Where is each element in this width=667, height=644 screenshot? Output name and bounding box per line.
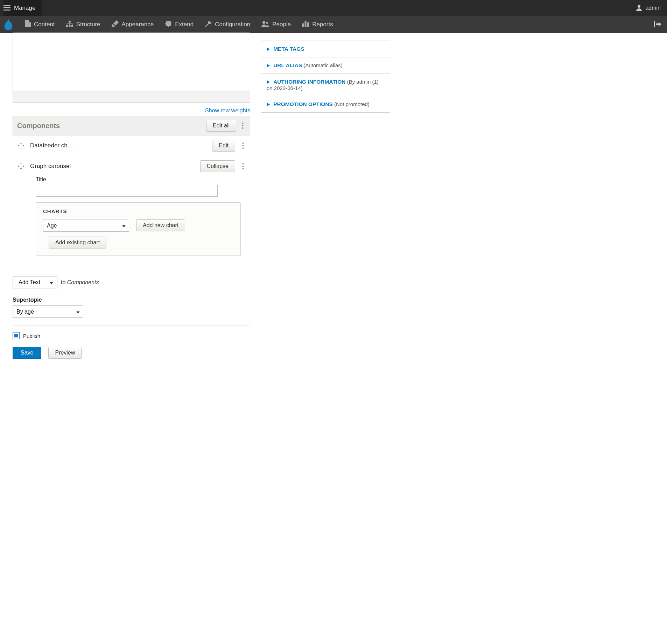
- svg-rect-10: [302, 23, 304, 27]
- kebab-icon[interactable]: [240, 122, 246, 129]
- toolbar-label: Structure: [76, 21, 100, 28]
- side-item-promotion[interactable]: PROMOTION OPTIONS (Not promoted): [261, 96, 390, 112]
- add-dropdown-toggle[interactable]: [46, 276, 57, 288]
- node-settings-panel: META TAGS URL ALIAS (Automatic alias) AU…: [261, 33, 390, 113]
- component-row-datafeeder: Datafeeder ch… Edit: [13, 135, 250, 156]
- svg-point-15: [242, 125, 244, 126]
- add-component-row: Add Text to Components: [13, 276, 250, 288]
- svg-point-16: [242, 127, 244, 129]
- body-textarea-footer: [13, 91, 250, 103]
- toolbar-item-people[interactable]: People: [256, 16, 296, 33]
- drupal-logo-icon[interactable]: [2, 19, 15, 30]
- toolbar-label: Content: [34, 21, 55, 28]
- charts-fieldset: CHARTS Age Add new chart Add existing ch…: [36, 202, 241, 256]
- save-button[interactable]: Save: [13, 347, 41, 359]
- show-row-weights-link[interactable]: Show row weights: [205, 107, 250, 113]
- svg-point-3: [638, 5, 640, 8]
- toolbar-label: People: [272, 21, 291, 28]
- manage-label: Manage: [14, 5, 35, 12]
- edit-all-button[interactable]: Edit all: [206, 120, 236, 132]
- svg-point-9: [266, 22, 268, 24]
- publish-checkbox[interactable]: [13, 332, 20, 339]
- supertopic-label: Supertopic: [13, 297, 250, 303]
- publish-row: Publish: [13, 332, 250, 339]
- side-item-url-alias[interactable]: URL ALIAS (Automatic alias): [261, 57, 390, 74]
- edit-button[interactable]: Edit: [212, 140, 235, 152]
- add-new-chart-button[interactable]: Add new chart: [136, 219, 185, 231]
- charts-legend: CHARTS: [43, 208, 233, 214]
- triangle-right-icon: [267, 102, 270, 107]
- hierarchy-icon: [66, 21, 73, 29]
- paintbrush-icon: [112, 20, 119, 29]
- toolbar-item-structure[interactable]: Structure: [61, 16, 106, 33]
- triangle-right-icon: [267, 63, 270, 69]
- svg-rect-0: [3, 5, 10, 6]
- wrench-icon: [205, 20, 212, 29]
- svg-rect-2: [3, 9, 10, 10]
- toolbar-item-content[interactable]: Content: [20, 16, 61, 33]
- body-textarea[interactable]: [13, 33, 250, 91]
- user-icon: [636, 4, 643, 12]
- svg-rect-5: [66, 25, 68, 27]
- title-field-label: Title: [36, 176, 250, 183]
- user-name: admin: [645, 5, 661, 11]
- toolbar-label: Reports: [312, 21, 333, 28]
- svg-point-20: [243, 163, 244, 164]
- components-heading: Components: [17, 122, 203, 130]
- people-icon: [261, 21, 269, 29]
- component-row-graph-carousel: Graph carousel Collapse: [13, 156, 250, 176]
- toolbar-label: Appearance: [122, 21, 154, 28]
- triangle-right-icon: [267, 46, 270, 52]
- svg-rect-13: [654, 21, 655, 27]
- component-label: Graph carousel: [30, 163, 195, 170]
- collapse-button[interactable]: Collapse: [200, 160, 235, 172]
- svg-rect-6: [69, 25, 70, 27]
- svg-point-22: [243, 168, 244, 169]
- divider: [13, 326, 250, 326]
- user-menu[interactable]: admin: [636, 4, 664, 12]
- drag-handle-icon[interactable]: [17, 163, 25, 169]
- manage-toggle[interactable]: Manage: [3, 0, 42, 16]
- title-input[interactable]: [36, 185, 218, 197]
- svg-point-18: [243, 145, 244, 146]
- checkbox-checked-icon: [14, 334, 18, 337]
- svg-point-19: [243, 147, 244, 149]
- svg-point-14: [242, 122, 244, 124]
- kebab-icon[interactable]: [240, 163, 246, 170]
- toolbar-item-extend[interactable]: Extend: [159, 16, 199, 33]
- admin-toolbar: Content Structure Appearance Extend Conf…: [0, 16, 667, 33]
- toolbar-label: Configuration: [215, 21, 250, 28]
- side-item-authoring[interactable]: AUTHORING INFORMATION (By admin (1) on 2…: [261, 74, 390, 96]
- side-item-meta-tags[interactable]: META TAGS: [261, 41, 390, 57]
- svg-rect-1: [3, 7, 10, 8]
- components-header: Components Edit all: [13, 116, 250, 135]
- preview-button[interactable]: Preview: [48, 347, 82, 359]
- svg-rect-11: [305, 21, 307, 27]
- divider: [13, 270, 250, 270]
- triangle-right-icon: [267, 79, 270, 85]
- topbar: Manage admin: [0, 0, 667, 16]
- kebab-icon[interactable]: [240, 142, 246, 149]
- toolbar-item-reports[interactable]: Reports: [296, 16, 339, 33]
- toolbar-item-appearance[interactable]: Appearance: [106, 16, 160, 33]
- add-existing-chart-button[interactable]: Add existing chart: [49, 237, 106, 248]
- svg-rect-7: [71, 25, 73, 27]
- chevron-down-icon: [50, 280, 53, 285]
- hamburger-icon: [3, 5, 10, 12]
- add-suffix: to Components: [61, 279, 99, 286]
- bar-chart-icon: [302, 21, 309, 29]
- graph-carousel-body: Title CHARTS Age Add new chart: [13, 176, 250, 262]
- svg-point-8: [262, 21, 265, 24]
- supertopic-block: Supertopic By age: [13, 297, 250, 318]
- svg-rect-12: [307, 22, 309, 27]
- collapse-tray-icon[interactable]: [650, 21, 665, 28]
- add-text-button[interactable]: Add Text: [13, 276, 46, 288]
- drag-handle-icon[interactable]: [17, 142, 25, 149]
- svg-point-17: [243, 142, 244, 144]
- file-icon: [25, 20, 31, 29]
- toolbar-label: Extend: [175, 21, 194, 28]
- supertopic-select[interactable]: By age: [13, 305, 83, 318]
- publish-label: Publish: [23, 333, 40, 339]
- toolbar-item-configuration[interactable]: Configuration: [199, 16, 256, 33]
- chart-type-select[interactable]: Age: [43, 219, 129, 232]
